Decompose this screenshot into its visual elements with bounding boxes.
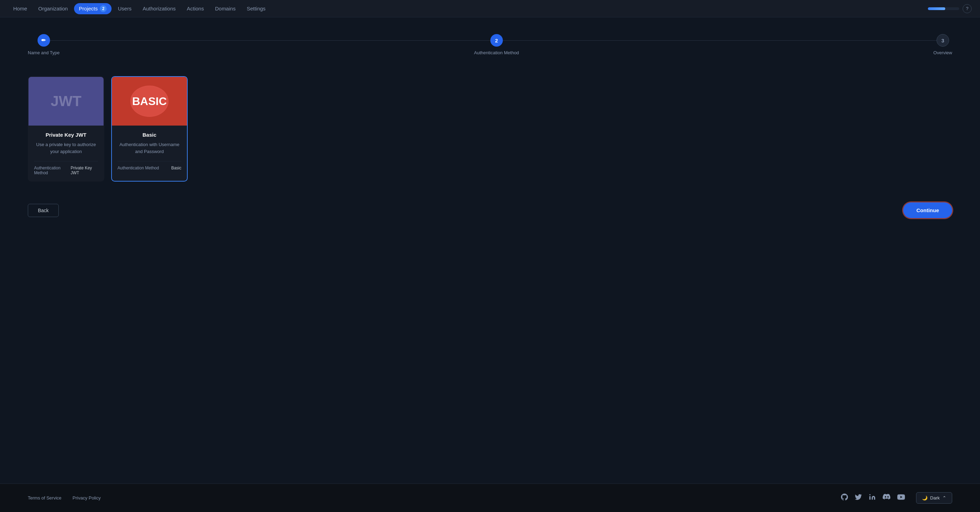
card-basic-meta: Authentication Method Basic xyxy=(118,161,181,171)
card-basic-body: Basic Authentication with Username and P… xyxy=(112,126,187,176)
theme-label: Dark xyxy=(930,495,940,501)
step-circle-3: 3 xyxy=(937,34,949,46)
youtube-icon[interactable] xyxy=(897,493,905,502)
actions-row: Back Continue xyxy=(28,203,952,218)
nav-item-settings[interactable]: Settings xyxy=(242,3,270,14)
continue-button[interactable]: Continue xyxy=(903,203,952,218)
step-label-1: Name and Type xyxy=(28,50,60,55)
nav-item-organization[interactable]: Organization xyxy=(33,3,73,14)
card-basic-header: BASIC xyxy=(112,77,187,126)
theme-button[interactable]: 🌙 Dark ⌃ xyxy=(916,492,952,504)
stepper: ✏ Name and Type 2 Authentication Method … xyxy=(28,34,952,55)
card-basic-desc: Authentication with Username and Passwor… xyxy=(118,141,181,155)
footer-links: Terms of Service Privacy Policy xyxy=(28,495,101,501)
main-content: ✏ Name and Type 2 Authentication Method … xyxy=(0,18,980,483)
moon-icon: 🌙 xyxy=(922,495,928,501)
card-jwt[interactable]: JWT Private Key JWT Use a private key to… xyxy=(28,76,104,182)
nav-item-authorizations[interactable]: Authorizations xyxy=(138,3,180,14)
step-1: ✏ Name and Type xyxy=(28,34,60,55)
card-jwt-title: Private Key JWT xyxy=(34,132,98,138)
twitter-icon[interactable] xyxy=(855,494,862,502)
step-circle-1: ✏ xyxy=(38,34,50,46)
chevron-icon: ⌃ xyxy=(942,495,946,501)
nav-item-projects[interactable]: Projects 2 xyxy=(74,3,111,14)
card-jwt-desc: Use a private key to authorize your appl… xyxy=(34,141,98,155)
progress-bar-container: ? xyxy=(928,4,972,13)
linkedin-icon[interactable] xyxy=(869,494,876,502)
footer-icons xyxy=(841,493,905,502)
nav-item-actions[interactable]: Actions xyxy=(182,3,209,14)
card-basic-title: Basic xyxy=(118,132,181,138)
card-jwt-header: JWT xyxy=(29,77,103,126)
step-label-2: Authentication Method xyxy=(474,50,519,55)
footer-link-privacy[interactable]: Privacy Policy xyxy=(73,495,101,501)
footer: Terms of Service Privacy Policy 🌙 Dark ⌃ xyxy=(0,483,980,512)
nav-item-domains[interactable]: Domains xyxy=(210,3,240,14)
svg-point-0 xyxy=(869,494,870,495)
navbar: Home Organization Projects 2 Users Autho… xyxy=(0,0,980,18)
footer-link-tos[interactable]: Terms of Service xyxy=(28,495,62,501)
step-circle-2: 2 xyxy=(490,34,503,46)
card-jwt-meta-value: Private Key JWT xyxy=(70,166,98,175)
step-2: 2 Authentication Method xyxy=(474,34,519,55)
card-basic-meta-value: Basic xyxy=(171,166,181,171)
projects-badge: 2 xyxy=(100,5,107,12)
step-label-3: Overview xyxy=(934,50,952,55)
step-3: 3 Overview xyxy=(934,34,952,55)
nav-item-home[interactable]: Home xyxy=(8,3,32,14)
card-basic-meta-key: Authentication Method xyxy=(118,166,159,171)
cards-row: JWT Private Key JWT Use a private key to… xyxy=(28,76,952,182)
help-button[interactable]: ? xyxy=(963,4,972,13)
card-jwt-body: Private Key JWT Use a private key to aut… xyxy=(29,126,103,181)
discord-icon[interactable] xyxy=(883,493,890,502)
card-jwt-meta-key: Authentication Method xyxy=(34,166,70,175)
card-basic-badge: BASIC xyxy=(130,86,169,117)
back-button[interactable]: Back xyxy=(28,204,59,217)
github-icon[interactable] xyxy=(841,494,848,502)
nav-item-users[interactable]: Users xyxy=(113,3,136,14)
progress-bar xyxy=(928,7,959,10)
card-basic[interactable]: BASIC Basic Authentication with Username… xyxy=(111,76,188,182)
card-jwt-header-text: JWT xyxy=(51,93,82,110)
card-jwt-meta: Authentication Method Private Key JWT xyxy=(34,161,98,175)
progress-fill xyxy=(928,7,945,10)
card-basic-header-text: BASIC xyxy=(132,95,167,108)
